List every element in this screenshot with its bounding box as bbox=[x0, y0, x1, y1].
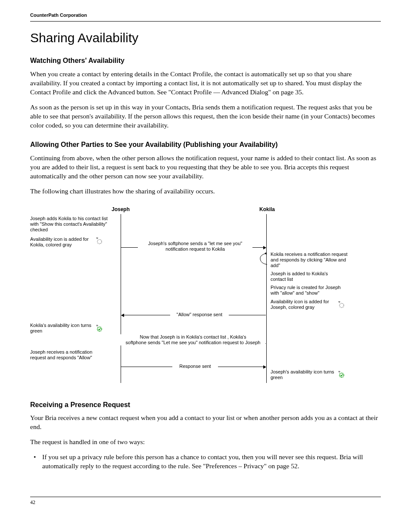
diagram-actor-kokila: Kokila bbox=[254, 206, 280, 212]
body-text: Continuing from above, when the other pe… bbox=[30, 154, 381, 181]
page-title: Sharing Availability bbox=[30, 29, 381, 47]
bullet-list: If you set up a privacy rule before this… bbox=[30, 453, 381, 471]
presence-gray-icon bbox=[337, 300, 345, 308]
diagram-message: Now that Joseph is in Kokila's contact l… bbox=[121, 334, 265, 345]
diagram-note: Joseph's availability icon turns green bbox=[271, 369, 335, 380]
list-item: If you set up a privacy rule before this… bbox=[30, 453, 381, 471]
availability-sequence-diagram: Joseph Kokila Joseph adds Kokila to his … bbox=[30, 206, 381, 387]
presence-gray-icon bbox=[95, 236, 103, 244]
diagram-note: Kokila's availability icon turns green bbox=[30, 323, 95, 334]
lifeline-joseph bbox=[121, 214, 121, 383]
body-text: The following chart illustrates how the … bbox=[30, 187, 381, 196]
diagram-note: Joseph is added to Kokila's contact list bbox=[271, 271, 344, 282]
page-number: 42 bbox=[30, 499, 35, 505]
heading-allowing: Allowing Other Parties to See your Avail… bbox=[30, 140, 381, 149]
diagram-message: "Allow" response sent bbox=[170, 312, 229, 317]
diagram-note: Joseph adds Kokila to his contact list w… bbox=[30, 216, 116, 233]
page-footer: 42 bbox=[30, 497, 381, 506]
diagram-note: Joseph receives a notification request a… bbox=[30, 349, 108, 361]
body-text: Your Bria receives a new contact request… bbox=[30, 414, 381, 432]
page-header: CounterPath Corporation bbox=[30, 12, 381, 22]
diagram-actor-joseph: Joseph bbox=[108, 206, 134, 212]
body-text: When you create a contact by entering de… bbox=[30, 70, 381, 97]
heading-watching: Watching Others' Availability bbox=[30, 56, 381, 65]
presence-green-icon bbox=[337, 370, 345, 378]
diagram-message: Joseph's softphone sends a "let me see y… bbox=[138, 241, 252, 252]
section-allowing: Allowing Other Parties to See your Avail… bbox=[30, 140, 381, 196]
body-text: The request is handled in one of two way… bbox=[30, 438, 381, 447]
diagram-message: Response sent bbox=[172, 364, 218, 369]
section-receiving: Receiving a Presence Request Your Bria r… bbox=[30, 400, 381, 471]
section-watching: Watching Others' Availability When you c… bbox=[30, 56, 381, 130]
presence-green-icon bbox=[95, 324, 103, 332]
heading-receiving: Receiving a Presence Request bbox=[30, 400, 381, 410]
diagram-note: Availability icon is added for Kokila, c… bbox=[30, 236, 99, 248]
diagram-note: Kokila receives a notification request a… bbox=[271, 252, 348, 269]
company-name: CounterPath Corporation bbox=[30, 12, 87, 18]
diagram-note: Privacy rule is created for Joseph with … bbox=[271, 285, 348, 296]
lifeline-kokila bbox=[266, 214, 267, 383]
body-text: As soon as the person is set up in this … bbox=[30, 103, 381, 130]
loopback-arrow-icon bbox=[258, 252, 271, 266]
diagram-note: Availability icon is added for Joseph, c… bbox=[271, 299, 335, 310]
